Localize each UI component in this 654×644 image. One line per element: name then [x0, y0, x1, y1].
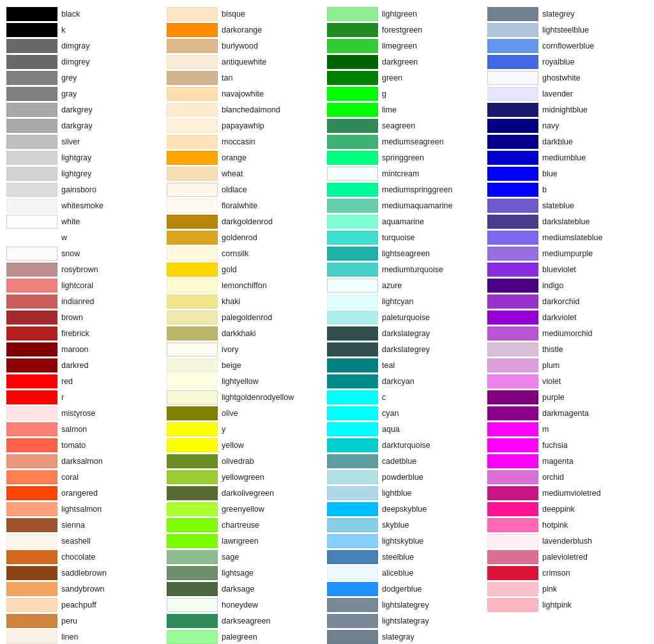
- color-swatch: [327, 374, 378, 388]
- color-swatch: [487, 598, 538, 612]
- color-name-label: darkorchid: [542, 297, 579, 306]
- color-swatch: [327, 566, 378, 580]
- list-item: y: [167, 422, 327, 437]
- list-item: mediumseagreen: [327, 134, 487, 150]
- color-name-label: darkgreen: [382, 57, 418, 66]
- color-swatch: [327, 151, 378, 165]
- color-name-label: linen: [61, 632, 78, 641]
- list-item: darkorchid: [487, 294, 648, 309]
- color-name-label: lightpink: [542, 601, 572, 610]
- color-swatch: [487, 247, 538, 261]
- color-swatch: [167, 103, 218, 117]
- list-item: burlywood: [167, 38, 327, 54]
- list-item: blue: [487, 166, 648, 181]
- color-name-label: cornsilk: [222, 249, 248, 258]
- color-name-label: lightseagreen: [382, 249, 430, 258]
- list-item: honeydew: [167, 597, 327, 613]
- list-item: ivory: [167, 342, 327, 357]
- list-item: pink: [487, 581, 648, 597]
- color-swatch: [6, 279, 57, 293]
- color-name-label: deepskyblue: [382, 505, 427, 514]
- color-swatch: [167, 486, 218, 500]
- list-item: papayawhip: [167, 118, 327, 134]
- color-swatch: [167, 183, 218, 197]
- list-item: navy: [487, 118, 648, 134]
- color-swatch: [327, 199, 378, 213]
- color-swatch: [487, 279, 538, 293]
- color-name-label: darkviolet: [542, 313, 577, 322]
- color-name-label: salmon: [61, 425, 87, 434]
- list-item: mediumslateblue: [487, 230, 648, 245]
- color-name-label: blueviolet: [542, 265, 576, 274]
- color-swatch: [327, 55, 378, 69]
- list-item: lime: [327, 102, 487, 118]
- color-name-label: antiquewhite: [222, 57, 266, 66]
- list-item: darkturquoise: [327, 438, 487, 453]
- color-name-label: violet: [542, 377, 561, 386]
- list-item: cyan: [327, 406, 487, 421]
- color-name-label: thistle: [542, 345, 563, 354]
- color-swatch: [167, 406, 218, 420]
- list-item: lightgray: [6, 150, 167, 165]
- color-name-label: blue: [542, 169, 558, 178]
- color-name-label: slateblue: [542, 201, 574, 210]
- color-swatch: [167, 326, 218, 341]
- list-item: lightyellow: [167, 374, 327, 389]
- color-name-label: greenyellow: [222, 505, 264, 514]
- color-swatch: [6, 55, 57, 69]
- color-swatch: [487, 199, 538, 213]
- color-swatch: [6, 263, 57, 277]
- list-item: mediumvioletred: [487, 486, 648, 501]
- color-swatch: [167, 151, 218, 165]
- color-swatch: [487, 342, 538, 356]
- list-item: powderblue: [327, 470, 487, 485]
- color-swatch: [6, 23, 57, 37]
- color-swatch: [327, 422, 378, 436]
- color-name-label: yellowgreen: [222, 473, 264, 482]
- column-2: lightgreenforestgreenlimegreendarkgreeng…: [327, 6, 487, 644]
- list-item: lavender: [487, 86, 648, 102]
- color-swatch: [487, 486, 538, 500]
- color-swatch: [6, 135, 57, 149]
- color-name-label: coral: [61, 473, 79, 482]
- list-item: slategrey: [487, 6, 648, 22]
- color-name-label: palegreen: [222, 632, 257, 641]
- color-swatch: [167, 39, 218, 53]
- color-name-label: mistyrose: [61, 409, 95, 418]
- color-name-label: peachpuff: [61, 601, 96, 610]
- list-item: azure: [327, 278, 487, 293]
- color-swatch: [327, 183, 378, 197]
- list-item: lightpink: [487, 597, 648, 613]
- color-name-label: dimgrey: [61, 57, 89, 66]
- list-item: k: [6, 22, 167, 38]
- color-swatch: [487, 374, 538, 388]
- list-item: lemonchiffon: [167, 278, 327, 293]
- color-swatch: [487, 231, 538, 245]
- color-swatch: [6, 87, 57, 101]
- color-swatch: [327, 630, 378, 644]
- color-swatch: [327, 310, 378, 325]
- color-name-label: lavender: [542, 89, 573, 98]
- list-item: lightskyblue: [327, 533, 487, 549]
- color-name-label: purple: [542, 393, 565, 402]
- list-item: aliceblue: [327, 565, 487, 581]
- color-name-label: mediumslateblue: [542, 233, 603, 242]
- list-item: darksalmon: [6, 454, 167, 469]
- color-swatch: [327, 582, 378, 596]
- color-name-label: ivory: [222, 345, 238, 354]
- color-swatch: [327, 39, 378, 53]
- list-item: maroon: [6, 342, 167, 357]
- color-name-label: lightgrey: [61, 169, 91, 178]
- color-swatch: [167, 71, 218, 85]
- color-name-label: k: [61, 26, 65, 34]
- color-swatch: [6, 598, 57, 612]
- color-name-label: mediumturquoise: [382, 265, 443, 274]
- color-name-label: slategrey: [542, 10, 575, 19]
- list-item: mistyrose: [6, 406, 167, 421]
- list-item: mediumturquoise: [327, 262, 487, 277]
- color-name-label: snow: [61, 249, 80, 258]
- color-swatch: [6, 247, 57, 261]
- color-swatch: [6, 7, 57, 21]
- color-name-label: firebrick: [61, 329, 89, 338]
- color-swatch: [327, 550, 378, 564]
